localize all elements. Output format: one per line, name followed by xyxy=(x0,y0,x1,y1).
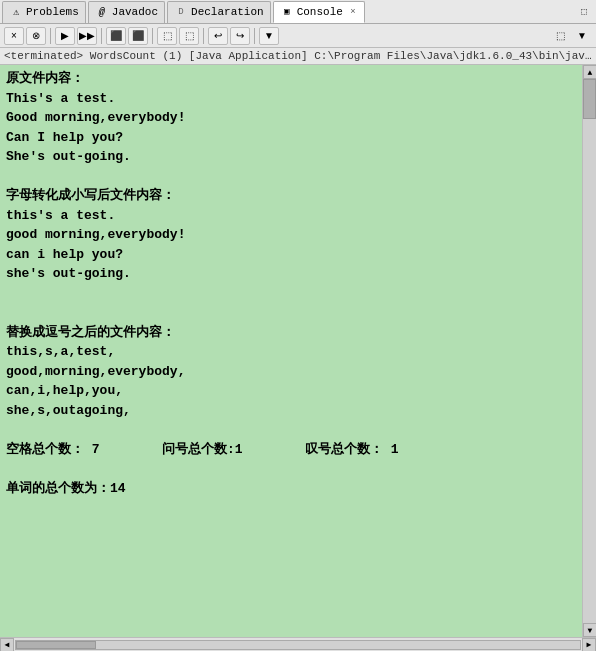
vscroll-up-btn[interactable]: ▲ xyxy=(583,65,596,79)
forward-btn[interactable]: ↪ xyxy=(230,27,250,45)
tab-console[interactable]: ▣ Console × xyxy=(273,1,365,23)
tab-bar: ⚠ Problems @ Javadoc D Declaration ▣ Con… xyxy=(0,0,596,24)
console-output: 原文件内容：This's a test.Good morning,everybo… xyxy=(0,65,582,637)
back-btn[interactable]: ↩ xyxy=(208,27,228,45)
console-line xyxy=(6,420,576,440)
run-btn[interactable]: ▶ xyxy=(55,27,75,45)
console-line: she's out-going. xyxy=(6,264,576,284)
console-line: 字母转化成小写后文件内容： xyxy=(6,186,576,206)
console-line: can,i,help,you, xyxy=(6,381,576,401)
console-line: she,s,outagoing, xyxy=(6,401,576,421)
vscroll-down-btn[interactable]: ▼ xyxy=(583,623,596,637)
horizontal-scrollbar[interactable]: ◀ ▶ xyxy=(0,637,596,651)
tab-javadoc[interactable]: @ Javadoc xyxy=(88,1,165,23)
sep3 xyxy=(152,28,153,44)
console-line: this,s,a,test, xyxy=(6,342,576,362)
scroll-lock-btn[interactable]: ⬛ xyxy=(106,27,126,45)
sep4 xyxy=(203,28,204,44)
main-container: ⚠ Problems @ Javadoc D Declaration ▣ Con… xyxy=(0,0,596,651)
hscroll-left-btn[interactable]: ◀ xyxy=(0,638,14,652)
vscroll-track[interactable] xyxy=(583,79,596,623)
tab-problems-label: Problems xyxy=(26,6,79,18)
sep1 xyxy=(50,28,51,44)
sep5 xyxy=(254,28,255,44)
console-line: She's out-going. xyxy=(6,147,576,167)
console-line: 空格总个数： 7 问号总个数:1 叹号总个数： 1 xyxy=(6,440,576,460)
console-line: can i help you? xyxy=(6,245,576,265)
tab-declaration-label: Declaration xyxy=(191,6,264,18)
console-line xyxy=(6,303,576,323)
terminated-text: <terminated> WordsCount (1) [Java Applic… xyxy=(4,50,596,62)
minimize-btn[interactable]: ▼ xyxy=(572,27,592,45)
console-line: 单词的总个数为：14 xyxy=(6,479,576,499)
maximize-btn[interactable]: ⬚ xyxy=(550,27,570,45)
terminate-btn[interactable]: × xyxy=(4,27,24,45)
sep2 xyxy=(101,28,102,44)
console-line: Can I help you? xyxy=(6,128,576,148)
console-line xyxy=(6,284,576,304)
console-toolbar: × ⊗ ▶ ▶▶ ⬛ ⬛ ⬚ ⬚ ↩ ↪ ▼ ⬚ ▼ xyxy=(0,24,596,48)
console-line: This's a test. xyxy=(6,89,576,109)
console-line xyxy=(6,167,576,187)
console-line: 替换成逗号之后的文件内容： xyxy=(6,323,576,343)
console-line: this's a test. xyxy=(6,206,576,226)
console-icon: ▣ xyxy=(280,5,294,19)
word-wrap-btn[interactable]: ⬛ xyxy=(128,27,148,45)
console-line xyxy=(6,459,576,479)
console-line: good morning,everybody! xyxy=(6,225,576,245)
tab-declaration[interactable]: D Declaration xyxy=(167,1,271,23)
console-line: good,morning,everybody, xyxy=(6,362,576,382)
tab-console-label: Console xyxy=(297,6,343,18)
javadoc-icon: @ xyxy=(95,5,109,19)
declaration-icon: D xyxy=(174,5,188,19)
run-last-btn[interactable]: ▶▶ xyxy=(77,27,97,45)
scroll-area: 原文件内容：This's a test.Good morning,everybo… xyxy=(0,65,596,637)
hscroll-right-btn[interactable]: ▶ xyxy=(582,638,596,652)
vscroll-thumb[interactable] xyxy=(583,79,596,119)
hscroll-thumb[interactable] xyxy=(16,641,96,649)
tab-javadoc-label: Javadoc xyxy=(112,6,158,18)
tab-problems[interactable]: ⚠ Problems xyxy=(2,1,86,23)
pin-btn[interactable]: ⬚ xyxy=(179,27,199,45)
remove-btn[interactable]: ⊗ xyxy=(26,27,46,45)
open-file-btn[interactable]: ⬚ xyxy=(157,27,177,45)
vertical-scrollbar[interactable]: ▲ ▼ xyxy=(582,65,596,637)
restore-btn[interactable]: ⬚ xyxy=(574,3,594,21)
view-menu-btn[interactable]: ▼ xyxy=(259,27,279,45)
hscroll-track[interactable] xyxy=(15,640,581,650)
console-line: 原文件内容： xyxy=(6,69,576,89)
console-close-icon[interactable]: × xyxy=(348,7,358,17)
console-line: Good morning,everybody! xyxy=(6,108,576,128)
problems-icon: ⚠ xyxy=(9,5,23,19)
terminated-bar: <terminated> WordsCount (1) [Java Applic… xyxy=(0,48,596,65)
